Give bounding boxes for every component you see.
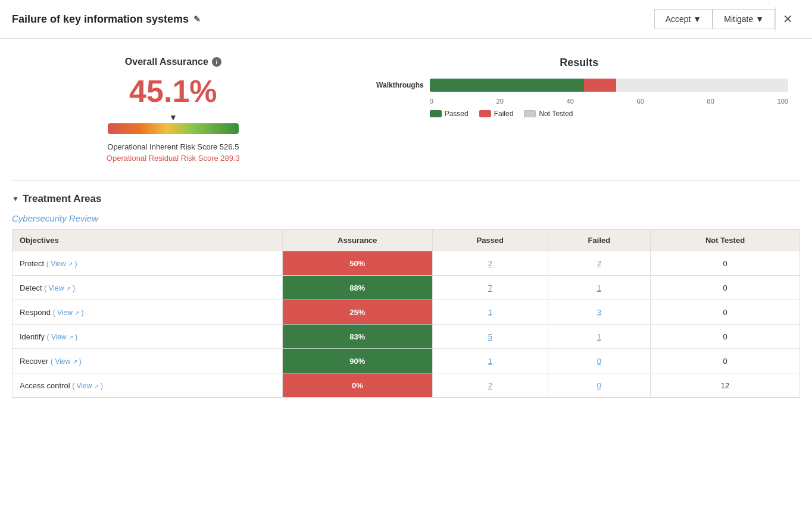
gauge-arrow: ▼ [169, 113, 177, 122]
legend-failed: Failed [479, 110, 514, 118]
col-header-assurance: Assurance [282, 230, 432, 251]
not-tested-cell: 0 [650, 276, 799, 300]
top-section: Overall Assurance i 45.1% ▼ Operational … [12, 51, 800, 181]
not-tested-cell: 0 [650, 325, 799, 349]
obj-name-cell: Detect ( View ↗ ) [13, 276, 283, 300]
table-row: Identify ( View ↗ ) 83% 5 1 0 [13, 325, 800, 349]
axis-40: 40 [567, 98, 574, 105]
obj-view-link[interactable]: ( View ↗ ) [47, 333, 78, 341]
axis-60: 60 [637, 98, 644, 105]
axis-labels: 0 20 40 60 80 100 [430, 98, 788, 105]
not-tested-cell: 0 [650, 349, 799, 373]
chart-bar-failed [584, 79, 616, 92]
assurance-cell: 88% [282, 276, 432, 300]
failed-value[interactable]: 1 [597, 332, 601, 341]
assurance-cell: 50% [282, 251, 432, 276]
obj-view-link[interactable]: ( View ↗ ) [51, 357, 82, 366]
section-label: Cybersecurity Review [12, 213, 800, 223]
table-header-row: Objectives Assurance Passed Failed Not T… [13, 230, 800, 251]
col-header-not-tested: Not Tested [650, 230, 799, 251]
failed-value[interactable]: 2 [597, 259, 601, 268]
passed-value[interactable]: 2 [488, 381, 492, 390]
page-header: Failure of key information systems ✎ Acc… [0, 0, 812, 39]
assurance-cell: 83% [282, 325, 432, 349]
treatment-header: ▼ Treatment Areas [12, 193, 800, 205]
obj-name-cell: Recover ( View ↗ ) [13, 349, 283, 373]
not-tested-cell: 0 [650, 300, 799, 325]
objectives-table: Objectives Assurance Passed Failed Not T… [12, 229, 800, 398]
treatment-areas: ▼ Treatment Areas Cybersecurity Review O… [12, 193, 800, 398]
obj-view-link[interactable]: ( View ↗ ) [46, 260, 77, 268]
close-button[interactable]: ✕ [775, 7, 800, 31]
obj-name: Access control [20, 381, 70, 390]
chart-legend: Passed Failed Not Tested [430, 110, 788, 118]
table-row: Access control ( View ↗ ) 0% 2 0 12 [13, 373, 800, 398]
passed-value[interactable]: 5 [488, 332, 492, 341]
walkthroughs-label: Walkthroughs [370, 81, 424, 89]
failed-value[interactable]: 0 [597, 357, 601, 366]
failed-cell: 1 [548, 325, 650, 349]
not-tested-value: 0 [723, 259, 727, 268]
not-tested-label: Not Tested [539, 110, 573, 118]
failed-label: Failed [494, 110, 514, 118]
inherent-risk-score: Operational Inherent Risk Score 526.5 [24, 142, 323, 151]
assurance-cell: 25% [282, 300, 432, 325]
obj-name: Detect [20, 283, 42, 292]
results-section: Results Walkthroughs 0 20 40 60 80 100 [358, 51, 800, 169]
axis-0: 0 [430, 98, 433, 105]
assurance-badge: 25% [283, 300, 432, 324]
page-title: Failure of key information systems ✎ [12, 13, 201, 26]
col-header-objectives: Objectives [13, 230, 283, 251]
gauge-bar [108, 123, 239, 134]
info-icon[interactable]: i [212, 57, 221, 67]
treatment-title: Treatment Areas [23, 193, 102, 205]
failed-cell: 3 [548, 300, 650, 325]
passed-value[interactable]: 2 [488, 259, 492, 268]
obj-name-cell: Identify ( View ↗ ) [13, 325, 283, 349]
table-row: Protect ( View ↗ ) 50% 2 2 0 [13, 251, 800, 276]
obj-name: Identify [20, 332, 45, 341]
obj-name-cell: Protect ( View ↗ ) [13, 251, 283, 276]
obj-view-link[interactable]: ( View ↗ ) [53, 308, 84, 317]
passed-value[interactable]: 7 [488, 283, 492, 292]
not-tested-cell: 12 [650, 373, 799, 398]
passed-value[interactable]: 1 [488, 357, 492, 366]
obj-view-link[interactable]: ( View ↗ ) [72, 382, 103, 390]
chart-bar-container [430, 79, 788, 92]
assurance-title: Overall Assurance i [24, 57, 323, 67]
table-row: Recover ( View ↗ ) 90% 1 0 0 [13, 349, 800, 373]
axis-20: 20 [496, 98, 504, 105]
legend-passed: Passed [430, 110, 469, 118]
main-content: Overall Assurance i 45.1% ▼ Operational … [0, 39, 812, 410]
assurance-badge: 90% [283, 349, 432, 373]
residual-risk-score: Operational Residual Risk Score 289.3 [24, 154, 323, 163]
header-actions: Accept ▼ Mitigate ▼ ✕ [654, 7, 800, 31]
assurance-percentage: 45.1% [24, 73, 323, 109]
failed-value[interactable]: 0 [597, 381, 601, 390]
obj-name: Respond [20, 308, 51, 317]
not-tested-swatch [524, 110, 536, 117]
assurance-badge: 83% [283, 325, 432, 348]
accept-button[interactable]: Accept ▼ [654, 9, 713, 29]
not-tested-value: 0 [723, 357, 727, 366]
table-row: Detect ( View ↗ ) 88% 7 1 0 [13, 276, 800, 300]
legend-not-tested: Not Tested [524, 110, 573, 118]
table-row: Respond ( View ↗ ) 25% 1 3 0 [13, 300, 800, 325]
passed-value[interactable]: 1 [488, 308, 492, 317]
failed-value[interactable]: 3 [597, 308, 601, 317]
not-tested-value: 0 [723, 283, 727, 292]
failed-value[interactable]: 1 [597, 283, 601, 292]
obj-view-link[interactable]: ( View ↗ ) [44, 284, 75, 292]
failed-cell: 0 [548, 349, 650, 373]
assurance-badge: 0% [283, 373, 432, 397]
treatment-arrow: ▼ [12, 195, 19, 203]
passed-cell: 2 [432, 251, 548, 276]
passed-cell: 2 [432, 373, 548, 398]
assurance-badge: 88% [283, 276, 432, 300]
edit-icon[interactable]: ✎ [193, 14, 201, 24]
assurance-badge: 50% [283, 251, 432, 275]
obj-name: Protect [20, 259, 44, 268]
mitigate-button[interactable]: Mitigate ▼ [713, 9, 775, 29]
col-header-failed: Failed [548, 230, 650, 251]
obj-name-cell: Access control ( View ↗ ) [13, 373, 283, 398]
